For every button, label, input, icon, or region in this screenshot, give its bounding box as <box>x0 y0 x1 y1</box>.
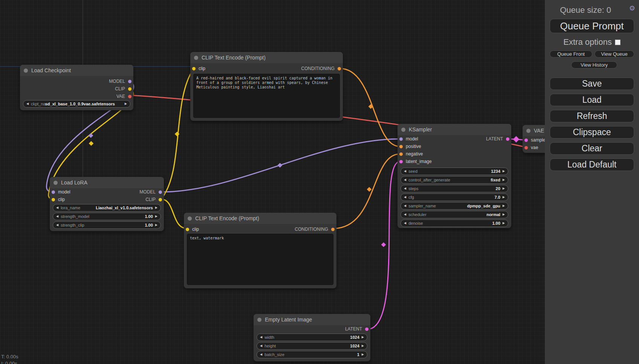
scheduler-widget[interactable]: ◀ scheduler normal ▶ <box>401 211 508 218</box>
node-title: KSampler <box>409 126 432 133</box>
seed-widget[interactable]: ◀ seed 1234 ▶ <box>401 168 508 175</box>
prev-value-arrow-icon[interactable]: ◀ <box>404 204 406 207</box>
control-after-generate-widget[interactable]: ◀ control_after_generate fixed ▶ <box>401 176 508 184</box>
strength-clip-widget[interactable]: ◀ strength_clip 1.00 ▶ <box>53 221 161 229</box>
next-value-arrow-icon[interactable]: ▶ <box>155 224 157 227</box>
prompt-textarea[interactable]: text, watermark <box>187 234 333 285</box>
input-slot-latent-image[interactable] <box>399 160 403 163</box>
cfg-widget[interactable]: ◀ cfg 7.0 ▶ <box>401 193 508 201</box>
next-value-arrow-icon[interactable]: ▶ <box>503 187 505 190</box>
batch-size-widget[interactable]: ◀ batch_size 1 ▶ <box>257 351 367 358</box>
settings-gear-icon[interactable]: ⚙ <box>629 5 635 12</box>
prev-value-arrow-icon[interactable]: ◀ <box>26 102 29 105</box>
prev-value-arrow-icon[interactable]: ◀ <box>404 222 406 225</box>
input-slot-clip[interactable] <box>192 67 196 70</box>
output-slot-conditioning[interactable] <box>338 67 341 70</box>
queue-front-button[interactable]: Queue Front <box>550 50 592 58</box>
widget-label: steps <box>408 186 418 191</box>
node-header[interactable]: KSampler <box>397 124 511 135</box>
node-title: Load Checkpoint <box>31 67 71 73</box>
input-slot-positive[interactable] <box>399 145 403 148</box>
view-history-button[interactable]: View History <box>571 61 617 69</box>
prev-value-arrow-icon[interactable]: ◀ <box>56 206 58 209</box>
output-slot-latent[interactable] <box>365 327 368 331</box>
node-clip-text-encode-negative[interactable]: CLIP Text Encode (Prompt) clip CONDITION… <box>184 213 336 288</box>
output-slot-latent[interactable] <box>506 137 509 141</box>
widget-label: denoise <box>408 221 423 225</box>
next-value-arrow-icon[interactable]: ▶ <box>362 353 364 356</box>
next-value-arrow-icon[interactable]: ▶ <box>503 170 505 173</box>
prev-value-arrow-icon[interactable]: ◀ <box>56 215 58 218</box>
next-value-arrow-icon[interactable]: ▶ <box>155 206 157 209</box>
node-header[interactable]: Load Checkpoint <box>20 65 133 76</box>
sampler-name-widget[interactable]: ◀ sampler_name dpmpp_sde_gpu ▶ <box>401 202 508 210</box>
input-label-clip: clip <box>192 227 199 232</box>
node-header[interactable]: CLIP Text Encode (Prompt) <box>190 52 343 63</box>
width-widget[interactable]: ◀ width 1024 ▶ <box>257 334 367 341</box>
node-empty-latent-image[interactable]: Empty Latent Image LATENT ◀ width 1024 ▶… <box>254 314 370 361</box>
node-header[interactable]: Load LoRA <box>50 177 164 188</box>
queue-prompt-button[interactable]: Queue Prompt <box>550 19 634 33</box>
next-value-arrow-icon[interactable]: ▶ <box>503 204 505 207</box>
node-header[interactable]: CLIP Text Encode (Prompt) <box>184 213 336 224</box>
input-slot-samples[interactable] <box>524 139 528 142</box>
clear-button[interactable]: Clear <box>550 142 634 155</box>
lora-name-widget[interactable]: ◀ lora_name Liaozhai_xl_v1.0.safetensors… <box>53 204 161 212</box>
node-load-checkpoint[interactable]: Load Checkpoint MODEL CLIP VAE ◀ ckpt_na… <box>20 65 133 110</box>
extra-options-checkbox[interactable] <box>615 40 621 45</box>
next-value-arrow-icon[interactable]: ▶ <box>362 336 364 339</box>
input-slot-model[interactable] <box>399 137 403 141</box>
clipspace-button[interactable]: Clipspace <box>550 126 634 139</box>
prev-value-arrow-icon[interactable]: ◀ <box>404 178 406 181</box>
load-default-button[interactable]: Load Default <box>550 158 634 171</box>
graph-canvas[interactable]: Load Checkpoint MODEL CLIP VAE ◀ ckpt_na… <box>0 0 639 364</box>
output-slot-clip[interactable] <box>128 87 131 91</box>
output-slot-clip[interactable] <box>159 198 162 201</box>
prev-value-arrow-icon[interactable]: ◀ <box>404 187 406 190</box>
save-button[interactable]: Save <box>550 78 634 90</box>
prev-value-arrow-icon[interactable]: ◀ <box>260 336 262 339</box>
node-header[interactable]: Empty Latent Image <box>254 314 370 325</box>
next-value-arrow-icon[interactable]: ▶ <box>362 344 364 347</box>
widget-label: strength_clip <box>61 223 84 227</box>
next-value-arrow-icon[interactable]: ▶ <box>503 196 505 199</box>
prompt-textarea[interactable]: A red-haired and black-faced evil spirit… <box>193 74 340 118</box>
strength-model-widget[interactable]: ◀ strength_model 1.00 ▶ <box>53 213 161 220</box>
node-clip-text-encode-positive[interactable]: CLIP Text Encode (Prompt) clip CONDITION… <box>190 52 343 121</box>
next-value-arrow-icon[interactable]: ▶ <box>155 215 157 218</box>
input-slot-model[interactable] <box>52 190 55 194</box>
node-load-lora[interactable]: Load LoRA model MODEL clip CLIP ◀ lora_n… <box>50 177 164 231</box>
next-value-arrow-icon[interactable]: ▶ <box>125 102 127 105</box>
prev-value-arrow-icon[interactable]: ◀ <box>260 344 262 347</box>
input-slot-vae[interactable] <box>524 146 528 149</box>
prev-value-arrow-icon[interactable]: ◀ <box>404 213 406 216</box>
node-status-dot-icon <box>401 128 405 132</box>
input-label-clip: clip <box>199 66 205 71</box>
output-slot-vae[interactable] <box>128 95 131 98</box>
load-button[interactable]: Load <box>550 94 634 106</box>
widget-label: ckpt_na <box>31 102 46 106</box>
steps-widget[interactable]: ◀ steps 20 ▶ <box>401 185 508 192</box>
input-slot-clip[interactable] <box>186 228 189 231</box>
node-ksampler[interactable]: KSampler model LATENT positive negative … <box>397 124 511 228</box>
next-value-arrow-icon[interactable]: ▶ <box>503 178 505 181</box>
next-value-arrow-icon[interactable]: ▶ <box>503 222 505 225</box>
prev-value-arrow-icon[interactable]: ◀ <box>404 170 406 173</box>
ckpt-name-widget[interactable]: ◀ ckpt_na sd_xl_base_1.0_0.9vae.safetens… <box>23 100 130 108</box>
prev-value-arrow-icon[interactable]: ◀ <box>404 196 406 199</box>
input-slot-clip[interactable] <box>52 198 55 201</box>
widget-label: height <box>264 344 276 348</box>
denoise-widget[interactable]: ◀ denoise 1.00 ▶ <box>401 219 508 227</box>
next-value-arrow-icon[interactable]: ▶ <box>503 213 505 216</box>
view-queue-button[interactable]: View Queue <box>595 50 634 58</box>
height-widget[interactable]: ◀ height 1024 ▶ <box>257 342 367 350</box>
widget-label: strength_model <box>61 214 89 219</box>
output-slot-model[interactable] <box>159 190 162 194</box>
output-slot-conditioning[interactable] <box>331 228 335 231</box>
input-slot-negative[interactable] <box>399 152 403 156</box>
prev-value-arrow-icon[interactable]: ◀ <box>260 353 262 356</box>
output-slot-model[interactable] <box>128 80 131 83</box>
output-label-model: MODEL <box>109 79 125 84</box>
refresh-button[interactable]: Refresh <box>550 110 634 122</box>
prev-value-arrow-icon[interactable]: ◀ <box>56 224 58 227</box>
